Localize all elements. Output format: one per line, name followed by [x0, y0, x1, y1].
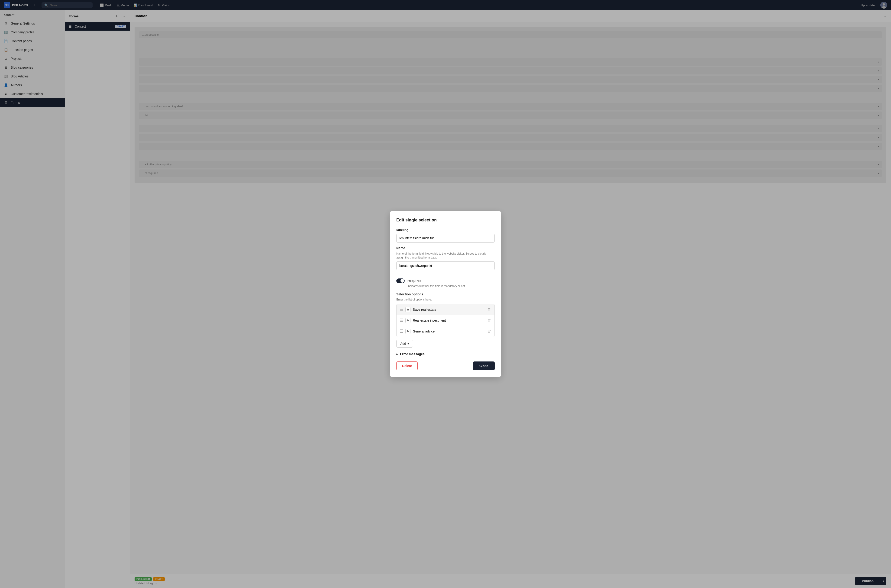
selection-option-1: Tr Real estate investment 🗑	[397, 315, 494, 326]
toggle-knob	[401, 279, 404, 283]
delete-button[interactable]: Delete	[396, 362, 418, 370]
delete-option-1[interactable]: 🗑	[487, 318, 491, 322]
drag-handle-0[interactable]	[400, 308, 403, 311]
add-option-button[interactable]: Add ▾	[396, 340, 413, 348]
selection-option-2: Tr General advice 🗑	[397, 326, 494, 337]
text-icon-2: Tr	[406, 329, 410, 334]
modal-overlay[interactable]: Edit single selection labeling Name Name…	[0, 0, 891, 588]
drag-handle-1[interactable]	[400, 319, 403, 322]
labeling-label: labeling	[396, 228, 495, 232]
required-toggle[interactable]	[396, 279, 405, 283]
error-messages-label: Error messages	[400, 352, 425, 356]
error-toggle-row[interactable]: ▶ Error messages	[396, 352, 495, 356]
option-text-0: Save real estate	[413, 308, 485, 311]
delete-option-0[interactable]: 🗑	[487, 308, 491, 312]
delete-option-2[interactable]: 🗑	[487, 329, 491, 333]
drag-handle-2[interactable]	[400, 330, 403, 333]
add-chevron-icon: ▾	[407, 342, 409, 345]
edit-single-selection-modal: Edit single selection labeling Name Name…	[390, 211, 501, 377]
required-toggle-row: Required	[396, 279, 495, 283]
selection-options-label: Selection options	[396, 292, 495, 296]
add-label: Add	[400, 342, 406, 345]
labeling-input[interactable]	[396, 234, 495, 243]
close-button[interactable]: Close	[473, 362, 495, 370]
error-messages-section: ▶ Error messages	[396, 352, 495, 356]
required-label: Required	[407, 279, 422, 283]
selection-options-section: Selection options Enter the list of opti…	[396, 292, 495, 348]
name-input[interactable]	[396, 261, 495, 270]
selection-options-list: Tr Save real estate 🗑 Tr Real estate inv…	[396, 304, 495, 337]
modal-title: Edit single selection	[396, 218, 495, 223]
text-icon-0: Tr	[406, 307, 410, 312]
option-text-1: Real estate investment	[413, 319, 485, 322]
name-description: Name of the form field. Not visible to t…	[396, 252, 495, 260]
option-text-2: General advice	[413, 330, 485, 333]
selection-options-desc: Enter the list of options here.	[396, 298, 495, 301]
required-description: Indicates whether this field is mandator…	[407, 285, 495, 288]
name-label: Name	[396, 246, 495, 250]
name-section: Name Name of the form field. Not visible…	[396, 246, 495, 274]
error-toggle-icon: ▶	[396, 353, 398, 356]
selection-option-0: Tr Save real estate 🗑	[397, 304, 494, 315]
text-icon-1: Tr	[406, 318, 410, 323]
modal-footer: Delete Close	[396, 362, 495, 370]
